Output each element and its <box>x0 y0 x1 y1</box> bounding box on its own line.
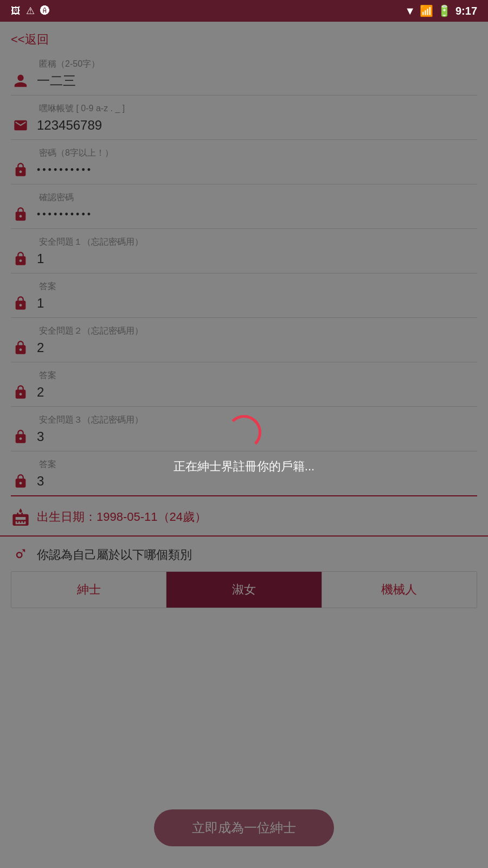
status-left-icons: 🖼 ⚠ 🅐 <box>11 5 50 17</box>
loading-text: 正在紳士界註冊你的戶籍... <box>174 458 314 475</box>
loading-overlay: 正在紳士界註冊你的戶籍... <box>0 22 488 868</box>
clock: 9:17 <box>455 5 477 17</box>
wifi-icon: ▼ <box>404 5 415 17</box>
signal-icon: 📶 <box>420 4 433 17</box>
icon2: ⚠ <box>26 5 35 17</box>
status-bar: 🖼 ⚠ 🅐 ▼ 📶 🔋 9:17 <box>0 0 488 22</box>
icon3: 🅐 <box>40 5 50 17</box>
icon1: 🖼 <box>11 5 21 17</box>
page-content: <<返回 匿稱（2-50字） 一二三 嘿咻帳號 [ 0-9 a-z . _ ] … <box>0 22 488 868</box>
status-right-icons: ▼ 📶 🔋 9:17 <box>404 4 477 17</box>
battery-icon: 🔋 <box>438 4 451 17</box>
loading-spinner <box>227 415 261 450</box>
loading-box: 正在紳士界註冊你的戶籍... <box>174 415 314 475</box>
